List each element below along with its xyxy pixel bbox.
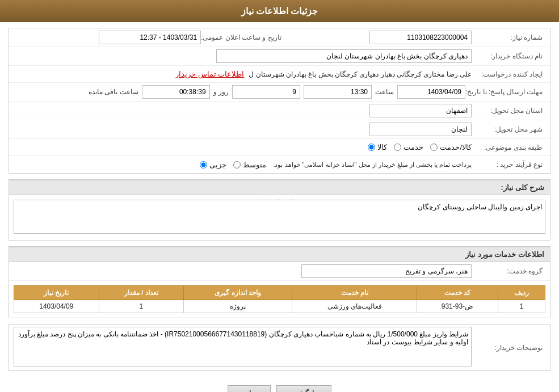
th-quantity: تعداد / مقدار [99,286,183,300]
services-section-label: اطلاعات خدمات مورد نیاز [9,247,550,262]
response-days-input [232,85,300,99]
td-row: 1 [498,300,545,313]
buyer-org-label: نام دستگاه خریدار: [472,52,545,60]
radio-kala[interactable] [368,144,375,151]
row-buyer-desc: توضیحات خریدار: 🛡 شرایط واریز مبلغ 1/500… [9,324,550,370]
back-button[interactable]: بازگشت [276,385,331,392]
creator-value-cell: علی رضا مختاری کرچگانی دهیار دهیاری کرچگ… [14,70,472,78]
time-row: ساعت روز و ساعت باقی مانده [14,85,465,99]
row-response-deadline: مهلت ارسال پاسخ: تا تاریخ: ساعت روز و سا… [9,83,550,102]
radio-item-kala-khedmat: کالا/خدمت [430,143,472,151]
td-code: ض-93-931 [417,300,498,313]
announcement-date-input [99,31,201,44]
response-deadline-label: مهلت ارسال پاسخ: تا تاریخ: [465,88,545,96]
delivery-city-value-cell [14,123,472,136]
delivery-city-label: شهر محل تحویل: [472,125,545,133]
remaining-label: ساعت باقی مانده [89,88,138,96]
time-label: ساعت [375,88,394,96]
buyer-desc-label: توضیحات خریدار: [472,344,545,352]
th-name: نام خدمت [292,286,417,300]
page-wrapper: جزئیات اطلاعات نیاز شماره نیاز: تاریخ و … [0,0,559,392]
print-button[interactable]: چاپ [228,385,271,392]
creator-value: علی رضا مختاری کرچگانی دهیار دهیاری کرچگ… [249,70,472,78]
services-table-wrapper: ردیف کد خدمت نام خدمت واحد اندازه گیری ت… [9,281,550,318]
page-title: جزئیات اطلاعات نیاز [0,0,559,22]
purchase-type-value-cell: پرداخت تمام یا بخشی از مبلغ خریدار از مح… [14,161,472,169]
services-section: اطلاعات خدمات مورد نیاز گروه خدمت: ردیف … [9,246,550,318]
buyer-org-value-cell [14,49,472,63]
days-label: روز و [213,88,229,96]
need-description-section: شرح کلی نیاز: 🛡 اجرای زمین والیبال ساحلی… [9,179,550,241]
services-table: ردیف کد خدمت نام خدمت واحد اندازه گیری ت… [14,285,545,313]
radio-motavasset[interactable] [233,161,241,168]
radio-kala-label: کالا [377,143,387,151]
row-purchase-type: نوع فرآیند خرید : پرداخت تمام یا بخشی از… [9,156,550,173]
delivery-province-label: استان محل تحویل: [472,107,545,115]
radio-motavasset-label: متوسط [243,161,266,169]
need-number-input [369,31,472,44]
buyer-desc-value-cell: 🛡 شرایط واریز مبلغ 1/500/000 ریال به شما… [14,327,472,368]
need-number-label: شماره نیاز: [472,33,545,41]
radio-item-kala: کالا [368,143,387,151]
need-description-textarea[interactable]: اجرای زمین والیبال ساحلی روستای کرچگان [14,200,545,234]
radio-jozii-label: جزیی [209,161,226,169]
th-unit: واحد اندازه گیری [183,286,292,300]
row-need-number: شماره نیاز: تاریخ و ساعت اعلان عمومی: [9,28,550,47]
purchase-type-note: پرداخت تمام یا بخشی از مبلغ خریدار از مح… [273,161,472,168]
need-number-value-cell [284,31,472,44]
need-description-area: 🛡 اجرای زمین والیبال ساحلی روستای کرچگان [9,195,550,240]
td-quantity: 1 [99,300,183,313]
announcement-date-label: تاریخ و ساعت اعلان عمومی: [201,33,284,41]
radio-item-khedmat: خدمت [394,143,423,151]
delivery-province-value-cell [14,104,472,117]
purchase-type-radio-group: پرداخت تمام یا بخشی از مبلغ خریدار از مح… [14,161,472,169]
radio-khedmat[interactable] [394,144,401,151]
need-description-section-label: شرح کلی نیاز: [9,180,550,195]
buyer-org-input [216,49,472,63]
table-header-row: ردیف کد خدمت نام خدمت واحد اندازه گیری ت… [14,286,545,300]
main-content: شماره نیاز: تاریخ و ساعت اعلان عمومی: نا… [0,22,559,392]
th-code: کد خدمت [417,286,498,300]
category-value-cell: کالا/خدمت خدمت کالا [14,143,472,151]
buyer-desc-section: توضیحات خریدار: 🛡 شرایط واریز مبلغ 1/500… [9,324,550,371]
row-category: طبقه بندی موضوعی: کالا/خدمت خدمت کالا [9,139,550,156]
buyer-desc-textarea[interactable]: شرایط واریز مبلغ 1/500/000 ریال به شماره… [14,327,472,366]
info-section-top: شماره نیاز: تاریخ و ساعت اعلان عمومی: نا… [9,28,550,174]
radio-jozii[interactable] [200,161,207,168]
service-group-input [301,264,472,278]
th-row: ردیف [498,286,545,300]
response-remaining-input [142,85,210,99]
td-unit: پروژه [183,300,292,313]
announcement-date-value-cell [14,31,201,44]
category-label: طبقه بندی موضوعی: [472,144,545,151]
radio-khedmat-label: خدمت [404,143,423,151]
radio-item-jozii: جزیی [200,161,226,169]
response-deadline-value-cell: ساعت روز و ساعت باقی مانده [14,85,465,99]
response-time-input [304,85,372,99]
service-group-label: گروه خدمت: [472,267,545,275]
td-name: فعالیت‌های ورزشی [292,300,417,313]
radio-kala-khedmat-label: کالا/خدمت [440,143,472,151]
radio-item-motavasset: متوسط [233,161,266,169]
row-service-group: گروه خدمت: [9,262,550,281]
creator-label: ایجاد کننده درخواست: [472,70,545,78]
purchase-type-label: نوع فرآیند خرید : [472,161,545,168]
row-delivery-city: شهر محل تحویل: [9,120,550,139]
footer-buttons: بازگشت چاپ [9,377,550,392]
category-radio-group: کالا/خدمت خدمت کالا [14,143,472,151]
row-creator: ایجاد کننده درخواست: علی رضا مختاری کرچگ… [9,66,550,83]
row-delivery-province: استان محل تحویل: [9,102,550,120]
radio-kala-khedmat[interactable] [430,144,438,151]
contact-link[interactable]: اطلاعات تماس خریدار [175,70,244,78]
th-date: تاریخ نیاز [14,286,99,300]
table-row: 1ض-93-931فعالیت‌های ورزشیپروژه11403/04/0… [14,300,545,313]
row-buyer-org: نام دستگاه خریدار: [9,47,550,66]
td-date: 1403/04/09 [14,300,99,313]
delivery-province-input [369,104,472,117]
delivery-city-input [369,123,472,136]
service-group-value-cell [14,264,472,278]
response-date-input [397,85,465,99]
